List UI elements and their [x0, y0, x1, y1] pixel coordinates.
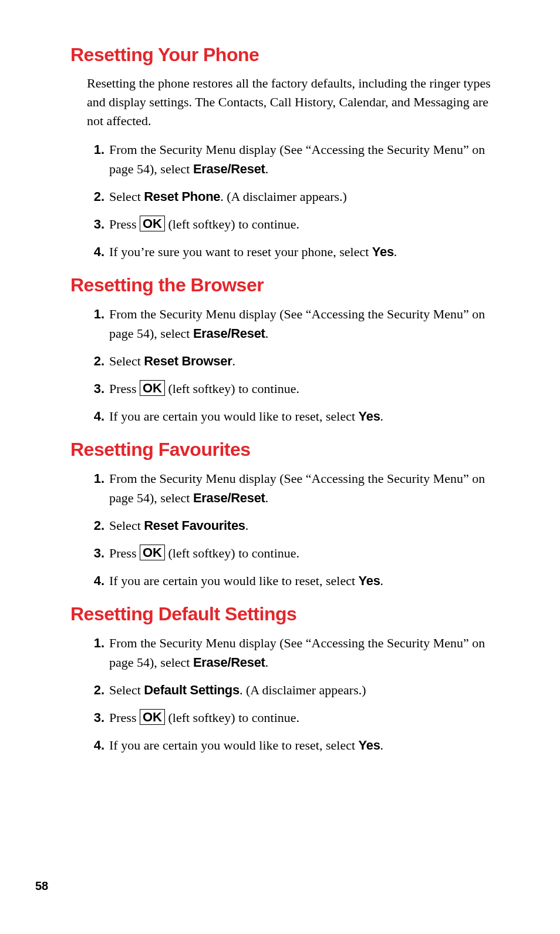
steps-list: 1. From the Security Menu display (See “…	[87, 304, 507, 426]
steps-list: 1. From the Security Menu display (See “…	[87, 140, 507, 261]
step-text: Select Default Settings. (A disclaimer a…	[109, 680, 507, 700]
section-heading: Resetting Your Phone	[70, 44, 507, 66]
step-text: If you are certain you would like to res…	[109, 406, 507, 426]
bold-term: Reset Favourites	[144, 518, 245, 533]
section-intro: Resetting the phone restores all the fac…	[87, 74, 507, 130]
step-number: 4.	[87, 571, 104, 590]
step-item: 4. If you are certain you would like to …	[87, 406, 507, 426]
bold-term: Yes	[372, 244, 394, 259]
step-number: 4.	[87, 735, 104, 755]
step-number: 4.	[87, 406, 104, 426]
step-item: 2. Select Default Settings. (A disclaime…	[87, 680, 507, 700]
step-item: 3. Press OK (left softkey) to continue.	[87, 379, 507, 398]
step-item: 2. Select Reset Browser.	[87, 351, 507, 371]
steps-list: 1. From the Security Menu display (See “…	[87, 633, 507, 755]
steps-list: 1. From the Security Menu display (See “…	[87, 469, 507, 590]
bold-term: Erase/Reset	[193, 162, 265, 176]
step-text: Select Reset Phone. (A disclaimer appear…	[109, 187, 507, 206]
step-number: 3.	[87, 708, 104, 727]
section-heading: Resetting the Browser	[70, 274, 507, 296]
step-text: From the Security Menu display (See “Acc…	[109, 140, 507, 179]
bold-term: Erase/Reset	[193, 655, 265, 670]
step-number: 2.	[87, 680, 104, 700]
step-number: 2.	[87, 187, 104, 206]
step-item: 1. From the Security Menu display (See “…	[87, 140, 507, 179]
step-number: 3.	[87, 214, 104, 234]
step-item: 1. From the Security Menu display (See “…	[87, 469, 507, 508]
step-item: 1. From the Security Menu display (See “…	[87, 633, 507, 672]
step-number: 1.	[87, 140, 104, 159]
page-number: 58	[35, 879, 48, 893]
ok-key-icon: OK	[140, 709, 165, 725]
step-number: 2.	[87, 516, 104, 535]
section-heading: Resetting Default Settings	[70, 603, 507, 625]
step-text: Press OK (left softkey) to continue.	[109, 214, 507, 234]
step-number: 2.	[87, 351, 104, 371]
step-text: From the Security Menu display (See “Acc…	[109, 633, 507, 672]
step-item: 3. Press OK (left softkey) to continue.	[87, 543, 507, 563]
step-number: 4.	[87, 242, 104, 261]
step-number: 3.	[87, 379, 104, 398]
step-number: 1.	[87, 469, 104, 488]
step-number: 3.	[87, 543, 104, 563]
step-item: 4. If you are certain you would like to …	[87, 735, 507, 755]
step-text: From the Security Menu display (See “Acc…	[109, 304, 507, 343]
step-text: From the Security Menu display (See “Acc…	[109, 469, 507, 508]
ok-key-icon: OK	[140, 545, 165, 560]
bold-term: Yes	[359, 409, 380, 424]
step-text: If you are certain you would like to res…	[109, 571, 507, 590]
step-text: Press OK (left softkey) to continue.	[109, 379, 507, 398]
ok-key-icon: OK	[140, 216, 165, 231]
step-text: If you are certain you would like to res…	[109, 735, 507, 755]
step-item: 3. Press OK (left softkey) to continue.	[87, 214, 507, 234]
bold-term: Erase/Reset	[193, 326, 265, 341]
step-item: 4. If you are certain you would like to …	[87, 571, 507, 590]
bold-term: Yes	[359, 738, 380, 752]
step-number: 1.	[87, 633, 104, 653]
step-item: 2. Select Reset Phone. (A disclaimer app…	[87, 187, 507, 206]
bold-term: Yes	[359, 573, 380, 588]
step-text: Select Reset Browser.	[109, 351, 507, 371]
step-item: 1. From the Security Menu display (See “…	[87, 304, 507, 343]
step-number: 1.	[87, 304, 104, 324]
step-item: 4. If you’re sure you want to reset your…	[87, 242, 507, 261]
step-text: Select Reset Favourites.	[109, 516, 507, 535]
bold-term: Default Settings	[144, 683, 239, 697]
bold-term: Reset Browser	[144, 354, 232, 368]
step-text: If you’re sure you want to reset your ph…	[109, 242, 507, 261]
bold-term: Reset Phone	[144, 189, 220, 204]
step-text: Press OK (left softkey) to continue.	[109, 543, 507, 563]
step-item: 3. Press OK (left softkey) to continue.	[87, 708, 507, 727]
section-heading: Resetting Favourites	[70, 439, 507, 461]
step-text: Press OK (left softkey) to continue.	[109, 708, 507, 727]
manual-page: Resetting Your Phone Resetting the phone…	[0, 0, 560, 755]
ok-key-icon: OK	[140, 380, 165, 396]
step-item: 2. Select Reset Favourites.	[87, 516, 507, 535]
bold-term: Erase/Reset	[193, 490, 265, 505]
